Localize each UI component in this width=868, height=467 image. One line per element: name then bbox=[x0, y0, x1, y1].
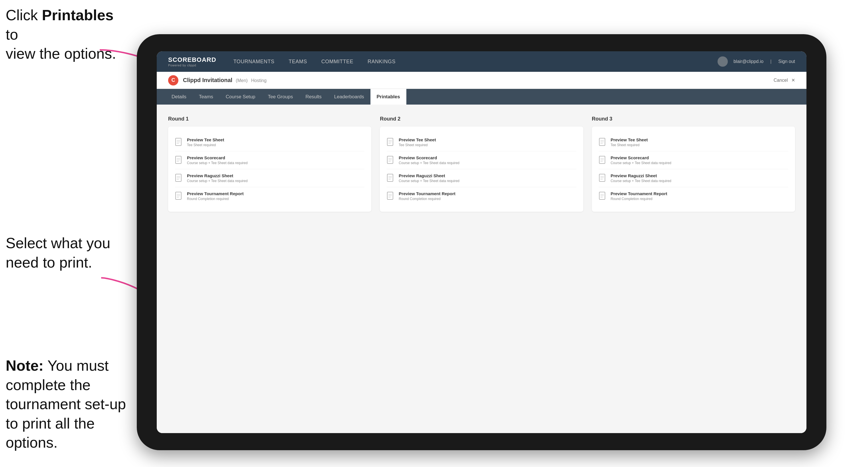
round-1-tee-sheet-sub: Tee Sheet required bbox=[187, 143, 224, 147]
document-icon bbox=[387, 156, 395, 165]
tab-tee-groups[interactable]: Tee Groups bbox=[261, 89, 299, 104]
annotation-note-bold: Note: bbox=[6, 357, 43, 374]
round-1-title: Round 1 bbox=[168, 116, 371, 122]
nav-rankings[interactable]: RANKINGS bbox=[368, 59, 396, 65]
tournament-logo: C bbox=[168, 75, 178, 86]
nav-right: blair@clippd.io | Sign out bbox=[717, 56, 795, 67]
round-1-tournament-report[interactable]: Preview Tournament Report Round Completi… bbox=[175, 187, 365, 205]
round-3-title: Round 3 bbox=[592, 116, 795, 122]
round-1-scorecard-text: Preview Scorecard Course setup + Tee She… bbox=[187, 155, 248, 165]
round-3-card: Preview Tee Sheet Tee Sheet required bbox=[592, 126, 795, 212]
main-content: Round 1 Preview Tee Sheet Tee bbox=[157, 104, 806, 433]
document-icon bbox=[175, 156, 183, 165]
hosting-label: Hosting bbox=[251, 78, 267, 83]
user-email: blair@clippd.io bbox=[734, 59, 764, 64]
round-3-scorecard[interactable]: Preview Scorecard Course setup + Tee She… bbox=[599, 151, 788, 169]
round-3-raguzzi[interactable]: Preview Raguzzi Sheet Course setup + Tee… bbox=[599, 169, 788, 187]
round-2-tee-sheet-title: Preview Tee Sheet bbox=[399, 137, 436, 142]
round-2-scorecard[interactable]: Preview Scorecard Course setup + Tee She… bbox=[387, 151, 576, 169]
nav-teams[interactable]: TEAMS bbox=[289, 59, 307, 65]
tournament-info: Clippd Invitational (Men) Hosting bbox=[183, 77, 267, 84]
logo-title: SCOREBOARD bbox=[168, 56, 216, 64]
document-icon bbox=[599, 156, 607, 165]
round-3-scorecard-title: Preview Scorecard bbox=[611, 155, 671, 160]
round-3-raguzzi-title: Preview Raguzzi Sheet bbox=[611, 173, 671, 178]
nav-committee[interactable]: COMMITTEE bbox=[321, 59, 354, 65]
rounds-grid: Round 1 Preview Tee Sheet Tee bbox=[168, 116, 795, 212]
annotation-bold: Printables bbox=[42, 7, 114, 23]
round-3-tee-sheet-sub: Tee Sheet required bbox=[611, 143, 648, 147]
round-3-raguzzi-sub: Course setup + Tee Sheet data required bbox=[611, 179, 671, 183]
round-3-report-title: Preview Tournament Report bbox=[611, 191, 668, 196]
round-2-raguzzi-sub: Course setup + Tee Sheet data required bbox=[399, 179, 459, 183]
tablet-screen: SCOREBOARD Powered by clippd TOURNAMENTS… bbox=[157, 51, 806, 433]
tab-course-setup[interactable]: Course Setup bbox=[219, 89, 261, 104]
round-3-tee-sheet[interactable]: Preview Tee Sheet Tee Sheet required bbox=[599, 133, 788, 151]
nav-tournaments[interactable]: TOURNAMENTS bbox=[234, 59, 274, 65]
round-1-scorecard-title: Preview Scorecard bbox=[187, 155, 248, 160]
round-2-raguzzi-title: Preview Raguzzi Sheet bbox=[399, 173, 459, 178]
sign-out-link[interactable]: Sign out bbox=[778, 59, 795, 64]
tab-results[interactable]: Results bbox=[299, 89, 328, 104]
round-2-tee-sheet-sub: Tee Sheet required bbox=[399, 143, 436, 147]
document-icon bbox=[387, 138, 395, 147]
document-icon bbox=[599, 138, 607, 147]
round-2-title: Round 2 bbox=[380, 116, 583, 122]
sub-header: C Clippd Invitational (Men) Hosting Canc… bbox=[157, 72, 806, 89]
round-3-tee-sheet-title: Preview Tee Sheet bbox=[611, 137, 648, 142]
round-2-raguzzi[interactable]: Preview Raguzzi Sheet Course setup + Tee… bbox=[387, 169, 576, 187]
round-2-report-title: Preview Tournament Report bbox=[399, 191, 455, 196]
round-3-tournament-report[interactable]: Preview Tournament Report Round Completi… bbox=[599, 187, 788, 205]
round-1-tee-sheet-title: Preview Tee Sheet bbox=[187, 137, 224, 142]
tab-printables[interactable]: Printables bbox=[370, 89, 406, 104]
round-3-column: Round 3 Preview Tee Sheet Tee bbox=[592, 116, 795, 212]
tournament-name: Clippd Invitational bbox=[183, 77, 232, 84]
tournament-meta: (Men) bbox=[236, 78, 248, 83]
round-1-card: Preview Tee Sheet Tee Sheet required bbox=[168, 126, 371, 212]
document-icon bbox=[175, 174, 183, 183]
round-2-card: Preview Tee Sheet Tee Sheet required bbox=[380, 126, 583, 212]
document-icon bbox=[599, 192, 607, 201]
annotation-bottom: Note: You mustcomplete thetournament set… bbox=[6, 356, 148, 453]
round-1-raguzzi[interactable]: Preview Raguzzi Sheet Course setup + Tee… bbox=[175, 169, 365, 187]
round-1-raguzzi-title: Preview Raguzzi Sheet bbox=[187, 173, 248, 178]
document-icon bbox=[387, 174, 395, 183]
document-icon bbox=[175, 192, 183, 201]
round-3-scorecard-sub: Course setup + Tee Sheet data required bbox=[611, 161, 671, 165]
round-1-report-title: Preview Tournament Report bbox=[187, 191, 244, 196]
tab-bar: Details Teams Course Setup Tee Groups Re… bbox=[157, 89, 806, 104]
main-nav: TOURNAMENTS TEAMS COMMITTEE RANKINGS bbox=[234, 59, 717, 65]
round-1-scorecard-sub: Course setup + Tee Sheet data required bbox=[187, 161, 248, 165]
tab-teams[interactable]: Teams bbox=[193, 89, 219, 104]
round-1-column: Round 1 Preview Tee Sheet Tee bbox=[168, 116, 371, 212]
round-1-tee-sheet[interactable]: Preview Tee Sheet Tee Sheet required bbox=[175, 133, 365, 151]
tab-leaderboards[interactable]: Leaderboards bbox=[328, 89, 370, 104]
round-2-column: Round 2 Preview Tee Sheet Tee bbox=[380, 116, 583, 212]
round-2-tee-sheet[interactable]: Preview Tee Sheet Tee Sheet required bbox=[387, 133, 576, 151]
document-icon bbox=[387, 192, 395, 201]
tablet-frame: SCOREBOARD Powered by clippd TOURNAMENTS… bbox=[137, 34, 827, 450]
annotation-middle: Select what youneed to print. bbox=[6, 234, 110, 272]
round-1-scorecard[interactable]: Preview Scorecard Course setup + Tee She… bbox=[175, 151, 365, 169]
tab-details[interactable]: Details bbox=[165, 89, 193, 104]
round-1-raguzzi-sub: Course setup + Tee Sheet data required bbox=[187, 179, 248, 183]
round-3-report-sub: Round Completion required bbox=[611, 197, 668, 201]
round-1-report-sub: Round Completion required bbox=[187, 197, 244, 201]
round-1-raguzzi-text: Preview Raguzzi Sheet Course setup + Tee… bbox=[187, 173, 248, 183]
round-2-scorecard-title: Preview Scorecard bbox=[399, 155, 459, 160]
scoreboard-logo: SCOREBOARD Powered by clippd bbox=[168, 56, 216, 67]
round-1-tee-sheet-text: Preview Tee Sheet Tee Sheet required bbox=[187, 137, 224, 147]
logo-subtitle: Powered by clippd bbox=[168, 64, 216, 67]
avatar bbox=[717, 56, 728, 67]
document-icon bbox=[175, 138, 183, 147]
round-2-tournament-report[interactable]: Preview Tournament Report Round Completi… bbox=[387, 187, 576, 205]
top-nav: SCOREBOARD Powered by clippd TOURNAMENTS… bbox=[157, 51, 806, 72]
cancel-button[interactable]: Cancel ✕ bbox=[774, 77, 795, 83]
round-2-report-sub: Round Completion required bbox=[399, 197, 455, 201]
round-1-report-text: Preview Tournament Report Round Completi… bbox=[187, 191, 244, 201]
document-icon bbox=[599, 174, 607, 183]
round-2-scorecard-sub: Course setup + Tee Sheet data required bbox=[399, 161, 459, 165]
